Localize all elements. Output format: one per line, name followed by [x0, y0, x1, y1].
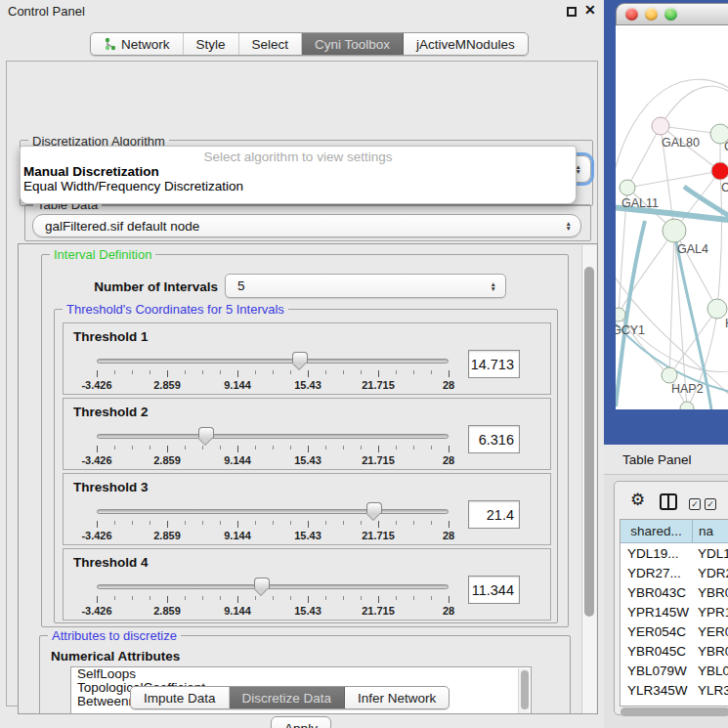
network-node[interactable] — [680, 402, 694, 409]
slider-tick — [185, 370, 186, 374]
tab-jactivemnodules-label: jActiveMNodules — [416, 37, 515, 52]
tab-network[interactable]: Network — [91, 33, 184, 55]
tab-infer-network[interactable]: Infer Network — [345, 687, 449, 708]
threshold-title: Threshold 1 — [73, 329, 149, 344]
slider-tick — [308, 521, 309, 528]
network-node[interactable] — [662, 367, 677, 383]
table-row[interactable]: YBL079WYBL0 — [621, 661, 728, 680]
threshold-value-field[interactable]: 6.316 — [468, 425, 520, 453]
settings-scroll-panel: Interval Definition Number of Intervals … — [18, 243, 598, 714]
numerical-attributes-label: Numerical Attributes — [51, 649, 180, 664]
slider-track[interactable] — [97, 434, 449, 439]
slider-thumb[interactable] — [292, 352, 308, 363]
threshold-slider[interactable]: -3.4262.8599.14415.4321.71528 — [97, 501, 449, 542]
number-of-intervals-combobox[interactable]: 5 ▲▼ — [225, 274, 506, 298]
threshold-value-field[interactable]: 14.713 — [468, 350, 520, 378]
network-node[interactable] — [620, 180, 635, 195]
slider-tick — [361, 596, 362, 600]
gear-icon[interactable]: ⚙ — [630, 491, 645, 510]
algorithm-option-equal-width[interactable]: Equal Width/Frequency Discretization — [21, 179, 576, 193]
tab-select[interactable]: Select — [239, 33, 303, 55]
scrollbar-thumb[interactable] — [584, 267, 594, 617]
slider-tick-label: 15.43 — [294, 530, 321, 541]
close-icon[interactable]: ✕ — [584, 2, 596, 18]
slider-thumb[interactable] — [366, 502, 382, 513]
attributes-list-scrollbar[interactable] — [518, 668, 530, 713]
table-header-row: shared... na — [621, 520, 728, 543]
slider-tick — [449, 596, 450, 603]
slider-tick-label: 21.715 — [362, 379, 395, 391]
minimize-traffic-light[interactable] — [645, 8, 658, 21]
network-node[interactable] — [663, 219, 686, 242]
slider-thumb[interactable] — [254, 578, 270, 588]
table-row[interactable]: YIL052CYIL0 — [621, 700, 728, 706]
network-node[interactable] — [652, 117, 669, 135]
tab-style-label: Style — [196, 37, 226, 52]
slider-thumb[interactable] — [198, 427, 214, 438]
threshold-value-field[interactable]: 21.4 — [468, 500, 520, 529]
slider-tick-label: 28 — [443, 605, 454, 617]
node-label: GAL80 — [662, 136, 700, 150]
scrollbar-thumb[interactable] — [621, 707, 728, 716]
algorithm-dropdown-popup: Select algorithm to view settings Manual… — [20, 146, 577, 204]
table-row[interactable]: YBR045CYBR0 — [621, 641, 728, 661]
float-window-icon[interactable] — [567, 7, 577, 17]
tab-jactivemnodules[interactable]: jActiveMNodules — [404, 33, 528, 55]
table-row[interactable]: YDL19...YDL1 — [621, 543, 728, 563]
tab-infer-network-label: Infer Network — [358, 691, 436, 706]
tab-impute-data[interactable]: Impute Data — [131, 687, 230, 708]
table-row[interactable]: YER054CYER0 — [621, 621, 728, 641]
table-row[interactable]: YPR145WYPR1 — [621, 602, 728, 621]
slider-track[interactable] — [97, 509, 449, 514]
network-node[interactable] — [616, 308, 625, 321]
algorithm-option-manual[interactable]: Manual Discretization — [21, 164, 576, 179]
threshold-value-field[interactable]: 11.344 — [468, 576, 520, 604]
slider-tick-label: 9.144 — [224, 379, 251, 391]
slider-tick — [185, 596, 186, 600]
threshold-slider[interactable]: -3.4262.8599.14415.4321.71528 — [97, 351, 449, 392]
apply-button[interactable]: Apply — [271, 716, 331, 728]
slider-tick-label: -3.426 — [81, 379, 111, 391]
slider-track[interactable] — [97, 359, 449, 364]
horizontal-scrollbar[interactable] — [620, 707, 728, 716]
slider-tick — [185, 446, 186, 450]
table-cell: YIL0 — [693, 703, 725, 707]
close-traffic-light[interactable] — [625, 8, 638, 21]
split-columns-icon[interactable] — [660, 493, 677, 510]
vertical-scrollbar[interactable] — [581, 245, 596, 714]
slider-tick — [325, 446, 326, 450]
checkbox-icon[interactable]: ✓ — [705, 498, 716, 510]
zoom-traffic-light[interactable] — [664, 8, 677, 21]
attribute-item[interactable]: SelfLoops — [71, 667, 531, 681]
slider-tick — [255, 521, 256, 525]
table-row[interactable]: YBR043CYBR0 — [621, 582, 728, 602]
table-data-combobox[interactable]: galFiltered.sif default node ▲▼ — [32, 214, 581, 237]
slider-track[interactable] — [97, 584, 449, 589]
column-header-shared-name[interactable]: shared... — [621, 520, 693, 542]
table-row[interactable]: YDR27...YDR2 — [621, 563, 728, 582]
threshold-slider[interactable]: -3.4262.8599.14415.4321.71528 — [97, 577, 449, 618]
slider-tick — [290, 521, 291, 525]
tab-discretize-data[interactable]: Discretize Data — [230, 687, 346, 708]
slider-tick — [325, 521, 326, 525]
network-node[interactable] — [707, 299, 727, 319]
slider-tick — [237, 596, 238, 603]
threshold-slider[interactable]: -3.4262.8599.14415.4321.71528 — [97, 426, 449, 467]
slider-tick — [431, 521, 432, 525]
network-node[interactable] — [711, 162, 728, 180]
table-row[interactable]: YLR345WYLR3 — [621, 680, 728, 700]
tab-style[interactable]: Style — [184, 33, 239, 55]
table-cell: YER0 — [693, 624, 728, 639]
slider-tick-labels: -3.4262.8599.14415.4321.71528 — [97, 454, 449, 466]
network-edges — [616, 79, 728, 409]
checkbox-icon[interactable]: ✓ — [689, 498, 701, 510]
tab-cyni-toolbox[interactable]: Cyni Toolbox — [302, 33, 404, 55]
threshold-list: Threshold 1 -3.4262.8599.14415.4321.7152… — [63, 322, 551, 623]
column-header-name[interactable]: na — [693, 520, 728, 542]
threshold-panel: Threshold 2 -3.4262.8599.14415.4321.7152… — [63, 398, 551, 470]
slider-ticks — [97, 596, 449, 604]
network-canvas[interactable]: GAL80GACGAL11GAL4GCY1HHAP2 — [616, 25, 728, 409]
network-window-titlebar[interactable] — [616, 3, 728, 25]
slider-tick — [202, 521, 203, 525]
scrollbar-thumb[interactable] — [521, 670, 529, 709]
